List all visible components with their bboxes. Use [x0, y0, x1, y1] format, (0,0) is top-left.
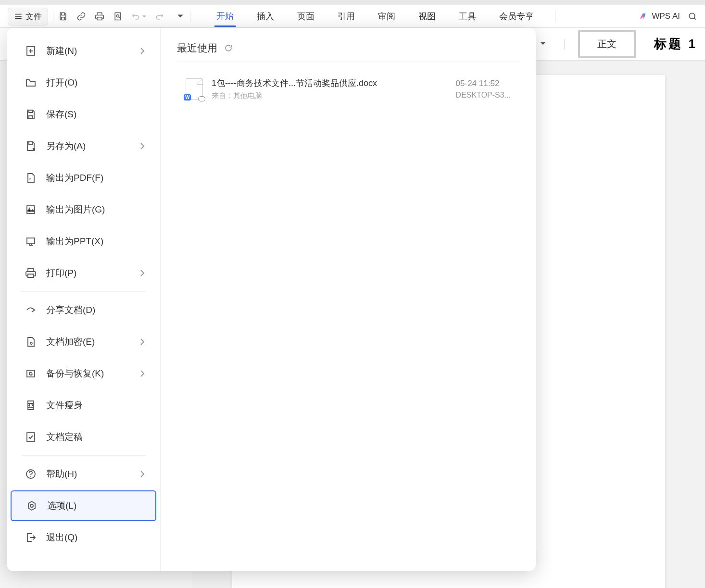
new-icon: [25, 45, 37, 57]
backup-icon: [25, 368, 37, 379]
refresh-icon[interactable]: [224, 44, 233, 52]
menu-finalize[interactable]: 文档定稿: [11, 422, 156, 452]
menu-label: 文档定稿: [46, 431, 83, 443]
link-icon[interactable]: [76, 12, 86, 21]
style-heading1[interactable]: 标题 1: [654, 36, 697, 52]
save-icon: [25, 109, 37, 120]
separator: [190, 11, 190, 22]
menu-label: 输出为PPT(X): [46, 235, 103, 248]
slim-icon: [25, 400, 37, 411]
menu-open[interactable]: 打开(O): [11, 67, 156, 98]
menu-encrypt[interactable]: 文档加密(E): [11, 326, 156, 357]
menu-icon: [14, 12, 23, 21]
menu-export-img[interactable]: 输出为图片(G): [11, 194, 156, 225]
file-host: DESKTOP-S3...: [456, 91, 511, 100]
file-name: 1包----商务技术文件...节活动奖品供应.docx: [212, 77, 447, 89]
image-export-icon: [25, 204, 37, 215]
menu-label: 输出为图片(G): [46, 203, 105, 216]
separator: [555, 11, 555, 22]
menu-label: 打开(O): [46, 76, 77, 89]
file-meta: 05-24 11:52 DESKTOP-S3...: [456, 79, 511, 100]
tab-page[interactable]: 页面: [295, 7, 316, 26]
exit-icon: [25, 532, 37, 543]
menu-label: 退出(Q): [46, 531, 77, 544]
window-titlebar: [0, 0, 705, 5]
svg-rect-11: [27, 433, 35, 441]
svg-point-15: [30, 504, 33, 507]
svg-text:P: P: [29, 177, 31, 181]
menu-export-pdf[interactable]: P 输出为PDF(F): [11, 163, 156, 193]
menu-slim[interactable]: 文件瘦身: [11, 390, 156, 421]
check-icon: [25, 431, 37, 443]
recent-file-item[interactable]: W 1包----商务技术文件...节活动奖品供应.docx 来自：其他电脑 05…: [177, 72, 519, 106]
menu-label: 文件瘦身: [46, 399, 83, 412]
chevron-right-icon: [139, 270, 146, 276]
redo-button[interactable]: [155, 12, 164, 21]
tab-refs[interactable]: 引用: [336, 7, 357, 26]
style-normal[interactable]: 正文: [578, 30, 636, 58]
recent-header: 最近使用: [177, 41, 519, 62]
undo-icon: [131, 12, 140, 21]
menu-help[interactable]: 帮助(H): [11, 459, 156, 489]
menu-save[interactable]: 保存(S): [11, 99, 156, 130]
menu-label: 选项(L): [47, 500, 76, 512]
tab-vip[interactable]: 会员专享: [497, 7, 536, 26]
folder-icon: [25, 77, 37, 88]
undo-button[interactable]: [131, 12, 147, 21]
pdf-icon: P: [25, 172, 37, 184]
menu-print[interactable]: 打印(P): [11, 258, 156, 288]
chevron-right-icon: [139, 370, 146, 377]
tab-review[interactable]: 审阅: [376, 7, 397, 26]
ppt-export-icon: [25, 236, 37, 247]
menu-label: 另存为(A): [46, 140, 86, 152]
svg-rect-10: [27, 370, 35, 377]
ribbon-tabs: 开始 插入 页面 引用 审阅 视图 工具 会员专享: [214, 6, 536, 27]
preview-icon[interactable]: [113, 12, 123, 21]
file-date: 05-24 11:52: [456, 79, 511, 88]
search-icon[interactable]: [688, 12, 697, 21]
recent-panel: 最近使用 W 1包----商务技术文件...节活动奖品供应.docx 来自：其他…: [161, 28, 536, 571]
tab-insert[interactable]: 插入: [255, 7, 276, 26]
svg-rect-6: [27, 206, 35, 213]
divider: [21, 291, 146, 292]
menu-new[interactable]: 新建(N): [11, 36, 156, 66]
print-icon[interactable]: [95, 12, 104, 21]
menu-label: 新建(N): [46, 45, 77, 57]
menu-label: 文档加密(E): [46, 336, 95, 348]
separator: [564, 39, 565, 50]
tab-start[interactable]: 开始: [214, 6, 236, 27]
file-source: 来自：其他电脑: [212, 91, 447, 100]
svg-rect-8: [27, 238, 35, 244]
saveas-icon: [25, 140, 37, 152]
menu-backup[interactable]: 备份与恢复(K): [11, 358, 156, 389]
tab-tools[interactable]: 工具: [457, 7, 478, 26]
file-info: 1包----商务技术文件...节活动奖品供应.docx 来自：其他电脑: [212, 77, 447, 100]
more-dropdown[interactable]: [176, 12, 185, 21]
menu-label: 分享文档(D): [46, 304, 95, 316]
chevron-right-icon: [139, 48, 146, 54]
svg-point-1: [689, 13, 695, 19]
menu-label: 备份与恢复(K): [46, 367, 104, 380]
menu-share[interactable]: 分享文档(D): [11, 295, 156, 325]
menu-saveas[interactable]: 另存为(A): [11, 131, 156, 162]
menu-exit[interactable]: 退出(Q): [11, 522, 156, 553]
divider: [21, 455, 146, 456]
chevron-down-icon: [142, 14, 147, 18]
share-icon: [25, 304, 37, 316]
file-menu-button[interactable]: 文件: [8, 8, 48, 25]
more-styles-dropdown[interactable]: [540, 39, 551, 50]
save-icon[interactable]: [58, 12, 68, 21]
lock-icon: [25, 336, 37, 348]
tab-view[interactable]: 视图: [416, 7, 438, 26]
chevron-right-icon: [139, 143, 146, 150]
menu-label: 输出为PDF(F): [46, 172, 103, 184]
wps-ai-button[interactable]: WPS AI: [639, 12, 680, 21]
file-menu-panel: 新建(N) 打开(O) 保存(S) 另存为(A) P 输出为PDF(F) 输出为…: [7, 28, 536, 571]
menu-label: 打印(P): [46, 267, 76, 279]
file-label: 文件: [25, 11, 42, 22]
menu-export-ppt[interactable]: 输出为PPT(X): [11, 226, 156, 257]
menu-options[interactable]: 选项(L): [11, 490, 156, 521]
docx-file-icon: W: [186, 78, 203, 100]
file-menu-sidebar: 新建(N) 打开(O) 保存(S) 另存为(A) P 输出为PDF(F) 输出为…: [7, 28, 161, 571]
help-icon: [25, 468, 37, 480]
